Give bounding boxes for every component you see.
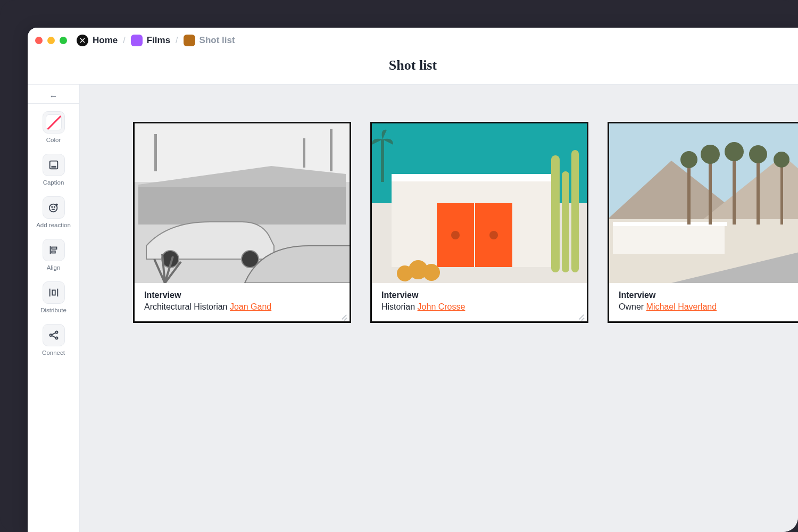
shot-thumbnail [135, 123, 350, 283]
window-controls [35, 37, 67, 44]
svg-rect-7 [52, 247, 56, 250]
arrow-left-icon: ← [49, 92, 58, 101]
tool-distribute[interactable]: Distribute [28, 274, 79, 317]
card-row: Interview Architectural Historian Joan G… [133, 122, 798, 323]
screenshot-frame: Home / Films / Shot list Shot list ← [0, 0, 798, 532]
tool-align[interactable]: Align [28, 231, 79, 274]
smile-plus-icon [43, 196, 65, 219]
shot-title: Interview [619, 290, 798, 300]
shot-description: Owner Michael Haverland [619, 302, 798, 312]
breadcrumb-home-label: Home [93, 35, 118, 46]
color-swatch-icon [46, 114, 62, 130]
breadcrumb-home[interactable]: Home [77, 35, 118, 46]
svg-point-12 [49, 334, 52, 336]
caption-icon [43, 154, 65, 176]
tool-caption[interactable]: Caption [28, 146, 79, 189]
shot-thumbnail [372, 123, 587, 283]
svg-rect-55 [757, 155, 760, 225]
shot-card[interactable]: Interview Historian John Crosse [370, 122, 588, 323]
tool-caption-label: Caption [43, 179, 64, 186]
shot-meta: Interview Historian John Crosse [372, 283, 587, 321]
titlebar: Home / Films / Shot list [28, 28, 798, 53]
distribute-icon [43, 281, 65, 304]
svg-rect-49 [687, 161, 691, 225]
close-window-button[interactable] [35, 37, 43, 44]
shot-person-link[interactable]: John Crosse [418, 302, 466, 311]
svg-rect-11 [52, 290, 55, 295]
tool-add-reaction[interactable]: Add reaction [28, 189, 79, 231]
canvas[interactable]: Interview Architectural Historian Joan G… [80, 85, 798, 532]
shot-title: Interview [381, 290, 577, 300]
svg-point-52 [701, 145, 720, 164]
svg-point-34 [489, 231, 498, 239]
breadcrumb-separator: / [176, 36, 178, 45]
tool-align-label: Align [47, 264, 61, 271]
breadcrumb-separator: / [123, 36, 125, 45]
svg-rect-51 [709, 155, 712, 225]
shot-card[interactable]: Interview Owner Michael Haverland [608, 122, 798, 323]
svg-point-58 [774, 152, 789, 168]
svg-rect-47 [613, 225, 725, 254]
svg-point-33 [451, 231, 460, 239]
shot-person-link[interactable]: Michael Haverland [646, 302, 717, 311]
workspace: ← Color Caption Add reaction [28, 85, 798, 532]
svg-point-56 [749, 145, 767, 163]
zoom-window-button[interactable] [60, 37, 67, 44]
tool-color-label: Color [46, 137, 61, 143]
svg-rect-36 [562, 171, 569, 272]
svg-point-5 [54, 206, 54, 207]
tool-distribute-label: Distribute [40, 307, 66, 313]
svg-line-16 [52, 336, 55, 338]
resize-handle[interactable] [577, 312, 585, 319]
shot-role: Historian [381, 302, 418, 311]
breadcrumb-films-label: Films [147, 35, 170, 46]
tool-color[interactable]: Color [28, 104, 79, 146]
home-icon [77, 35, 88, 46]
svg-rect-57 [780, 161, 783, 225]
page-title: Shot list [28, 53, 798, 85]
collapse-sidebar-button[interactable]: ← [28, 89, 79, 104]
svg-point-54 [725, 142, 744, 161]
shot-thumbnail [609, 123, 798, 283]
svg-rect-8 [52, 251, 55, 253]
svg-point-14 [55, 337, 57, 339]
tool-sidebar: ← Color Caption Add reaction [28, 85, 80, 532]
shot-meta: Interview Owner Michael Haverland [609, 283, 798, 321]
svg-rect-30 [392, 174, 556, 181]
breadcrumb-shot-list[interactable]: Shot list [184, 35, 235, 46]
resize-handle[interactable] [340, 312, 347, 319]
app-window: Home / Films / Shot list Shot list ← [28, 28, 798, 532]
films-icon [131, 35, 143, 46]
tool-connect-label: Connect [42, 350, 65, 356]
breadcrumb-films[interactable]: Films [131, 35, 170, 46]
shot-card[interactable]: Interview Architectural Historian Joan G… [133, 122, 351, 323]
tool-reaction-label: Add reaction [36, 222, 71, 228]
shot-description: Historian John Crosse [381, 302, 577, 312]
align-left-icon [43, 239, 65, 261]
svg-rect-37 [571, 150, 579, 272]
minimize-window-button[interactable] [47, 37, 55, 44]
shot-role: Architectural Historian [144, 302, 230, 311]
tool-connect[interactable]: Connect [28, 317, 79, 359]
svg-point-50 [680, 151, 697, 168]
svg-rect-41 [381, 139, 384, 182]
svg-point-40 [397, 265, 413, 281]
shot-description: Architectural Historian Joan Gand [144, 302, 340, 312]
svg-rect-53 [733, 153, 736, 225]
shot-title: Interview [144, 290, 340, 300]
shot-role: Owner [619, 302, 646, 311]
svg-point-4 [52, 206, 52, 207]
shot-meta: Interview Architectural Historian Joan G… [135, 283, 350, 321]
breadcrumb-shot-label: Shot list [200, 35, 235, 46]
svg-point-39 [423, 264, 440, 281]
svg-point-13 [55, 331, 57, 333]
svg-line-15 [52, 332, 55, 335]
connect-icon [43, 324, 65, 346]
svg-rect-35 [551, 155, 560, 272]
shot-list-icon [184, 35, 195, 46]
shot-person-link[interactable]: Joan Gand [230, 302, 271, 311]
